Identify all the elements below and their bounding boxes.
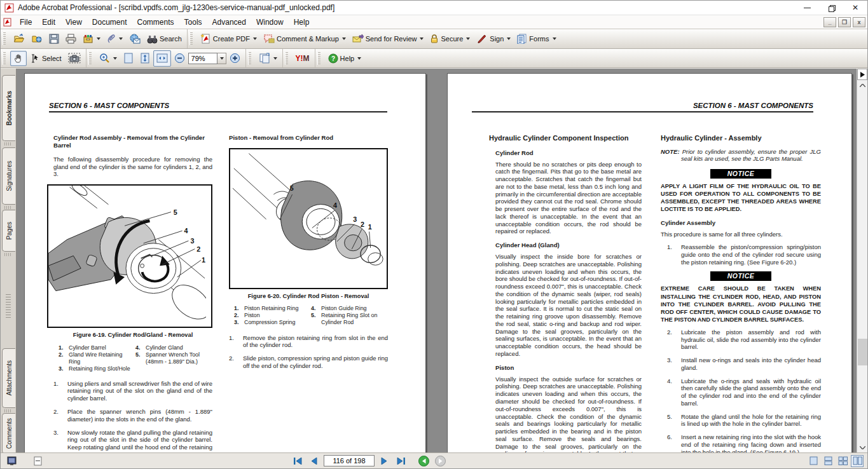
svg-text:2: 2	[361, 221, 364, 228]
save-button[interactable]	[46, 31, 62, 46]
page-display-button[interactable]	[256, 50, 280, 66]
tab-attachments[interactable]: Attachments	[2, 348, 15, 408]
scroll-down-button[interactable]	[857, 442, 867, 452]
email-button[interactable]	[126, 31, 144, 46]
menu-window[interactable]: Window	[251, 17, 289, 28]
close-icon: ✕	[852, 3, 858, 12]
sign-button[interactable]: Sign	[473, 31, 514, 46]
toolbar-grip[interactable]	[285, 52, 288, 65]
toolbar-grip[interactable]	[3, 52, 6, 65]
dropdown-caret	[119, 37, 123, 40]
svg-text:3: 3	[190, 237, 194, 245]
continuous-view-button[interactable]	[822, 455, 834, 467]
print-button[interactable]	[62, 31, 79, 46]
removal-steps: 1.Using pliers and small screwdriver fis…	[53, 380, 212, 452]
help-button[interactable]: ? Help	[325, 51, 365, 66]
toolbar-grip[interactable]	[317, 52, 320, 65]
zoom-level-dropdown[interactable]	[217, 53, 226, 64]
toolbar-grip[interactable]	[248, 52, 251, 65]
tab-comments[interactable]: Comments	[2, 413, 15, 454]
send-review-button[interactable]: Send for Review	[349, 31, 427, 46]
scrollbar-thumb[interactable]	[858, 339, 867, 365]
dropdown-caret	[507, 37, 511, 40]
fit-width-button[interactable]	[153, 50, 171, 67]
vertical-scrollbar[interactable]	[857, 69, 867, 452]
pane-resize-grip[interactable]	[6, 294, 11, 318]
view-history	[417, 455, 447, 467]
search-button[interactable]: Search	[144, 32, 185, 46]
menu-advanced[interactable]: Advanced	[207, 17, 251, 28]
doc-close-button[interactable]: x	[853, 17, 865, 27]
tab-bookmarks[interactable]: Bookmarks	[2, 75, 15, 141]
chevron-up-icon	[860, 84, 865, 87]
menu-tools[interactable]: Tools	[179, 17, 207, 28]
sub-cylinder-rod: Cylinder Rod	[495, 149, 642, 157]
first-page-button[interactable]	[291, 455, 305, 467]
figure-6-20-caption: Figure 6-20. Cylinder Rod Piston - Remov…	[229, 293, 388, 301]
fit-width-icon	[156, 53, 168, 64]
zoom-tool-button[interactable]	[96, 50, 120, 66]
open-button[interactable]	[10, 31, 28, 46]
close-button[interactable]: ✕	[843, 1, 867, 15]
previous-view-button[interactable]	[417, 455, 431, 467]
minimize-button[interactable]	[795, 1, 819, 15]
facing-icon	[853, 456, 862, 465]
dropdown-caret	[253, 37, 257, 40]
heading-cylinder-assembly: Hydraulic Cylinder - Assembly	[661, 134, 821, 143]
scroll-up-button[interactable]	[857, 80, 867, 90]
fit-page-button[interactable]	[137, 50, 153, 67]
dropdown-caret	[420, 37, 424, 40]
doc-minimize-button[interactable]: _	[823, 17, 836, 27]
yahoo-toolbar-button[interactable]: Y!M	[293, 51, 313, 65]
tab-pages[interactable]: Pages	[2, 210, 15, 252]
toolbar-grip[interactable]	[3, 32, 6, 45]
document-pane[interactable]: SECTION 6 - MAST COMPONENTS Cylinder Rod…	[17, 69, 857, 452]
reading-mode-icon[interactable]	[7, 456, 17, 466]
yahoo-icon: Y!M	[296, 54, 310, 63]
actual-size-button[interactable]	[120, 50, 137, 67]
zoom-out-button[interactable]	[171, 50, 188, 66]
next-view-button[interactable]	[433, 455, 447, 467]
doc-restore-button[interactable]: ❐	[838, 17, 851, 27]
tab-signatures[interactable]: Signatures	[2, 147, 15, 205]
menu-document[interactable]: Document	[87, 17, 132, 28]
attach-button[interactable]	[104, 31, 126, 46]
acrobat-app-icon	[4, 3, 14, 13]
previous-page-button[interactable]	[307, 455, 321, 467]
pane-toggle-button[interactable]	[857, 69, 867, 80]
toolbar-grip[interactable]	[189, 32, 193, 45]
select-tool-button[interactable]: Select	[27, 51, 65, 66]
menu-edit[interactable]: Edit	[37, 17, 60, 28]
page-size-icon[interactable]	[34, 456, 43, 466]
comment-markup-button[interactable]: Comment & Markup	[260, 31, 349, 46]
toolbar-grip[interactable]	[88, 52, 92, 65]
next-page-button[interactable]	[377, 455, 391, 467]
page-indicator-input[interactable]	[324, 455, 375, 466]
heading-component-inspection: Hydraulic Cylinder Component Inspection	[489, 134, 642, 143]
comment-markup-label: Comment & Markup	[277, 35, 339, 43]
organizer-button[interactable]	[79, 31, 104, 46]
facing-view-button[interactable]	[851, 455, 864, 467]
restore-button[interactable]	[819, 1, 843, 15]
hand-tool-button[interactable]	[10, 51, 27, 66]
last-page-button[interactable]	[394, 455, 408, 467]
menu-file[interactable]: File	[15, 17, 37, 28]
menu-help[interactable]: Help	[289, 17, 315, 28]
notice-banner-2: NOTICE	[710, 271, 771, 281]
menu-comments[interactable]: Comments	[132, 17, 179, 28]
svg-text:1: 1	[202, 256, 205, 264]
cylinder-head-paragraph: Visually inspect the inside bore for scr…	[495, 253, 642, 358]
secure-button[interactable]: Secure	[427, 31, 473, 46]
zoom-level-input[interactable]	[188, 53, 217, 64]
forms-button[interactable]: Forms	[514, 31, 559, 46]
create-pdf-button[interactable]: Create PDF	[197, 31, 260, 46]
zoom-in-button[interactable]	[226, 50, 244, 66]
snapshot-tool-button[interactable]	[65, 50, 84, 66]
single-page-view-button[interactable]	[807, 455, 820, 467]
dropdown-caret	[97, 37, 100, 40]
printer-icon	[65, 34, 76, 44]
open-web-page-button[interactable]	[28, 31, 46, 46]
menu-view[interactable]: View	[60, 17, 87, 28]
view-toolbar: Select	[1, 49, 867, 68]
continuous-facing-view-button[interactable]	[836, 455, 849, 467]
